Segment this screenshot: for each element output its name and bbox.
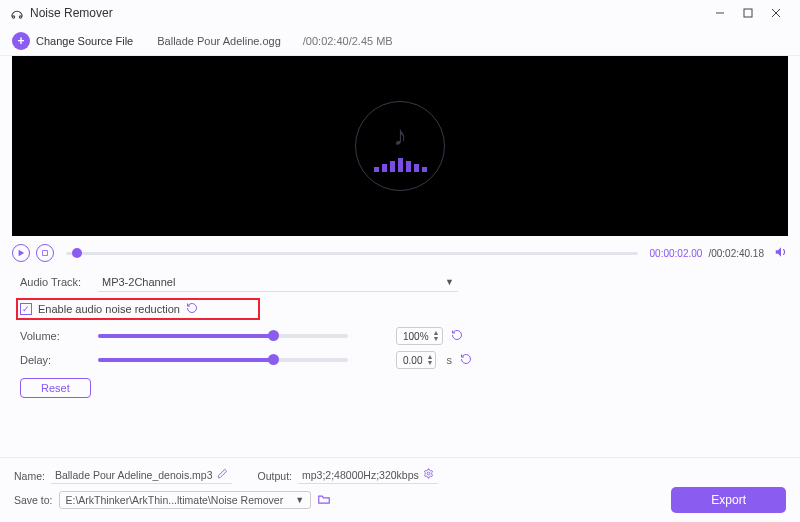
name-label: Name: xyxy=(14,470,45,482)
gear-icon[interactable] xyxy=(423,468,434,481)
volume-reset-icon[interactable] xyxy=(451,329,463,343)
output-name-field[interactable]: Ballade Pour Adeline_denois.mp3 xyxy=(51,468,232,484)
delay-value: 0.00 xyxy=(403,355,422,366)
export-button[interactable]: Export xyxy=(671,487,786,513)
seek-knob[interactable] xyxy=(72,248,82,258)
seek-slider[interactable] xyxy=(66,252,638,255)
svg-point-8 xyxy=(427,472,430,475)
svg-point-0 xyxy=(12,16,14,18)
time-total: /00:02:40.18 xyxy=(708,248,764,259)
volume-value: 100% xyxy=(403,331,429,342)
delay-row: Delay: 0.00 ▲▼ s xyxy=(20,348,780,372)
add-source-button[interactable]: + xyxy=(12,32,30,50)
track-select[interactable]: MP3-2Channel ▼ xyxy=(98,272,458,292)
volume-knob[interactable] xyxy=(268,330,279,341)
volume-slider[interactable] xyxy=(98,334,348,338)
minimize-button[interactable] xyxy=(706,3,734,23)
enable-reset-icon[interactable] xyxy=(186,302,198,316)
source-filename: Ballade Pour Adeline.ogg xyxy=(157,35,281,47)
volume-row: Volume: 100% ▲▼ xyxy=(20,324,780,348)
time-current: 00:00:02.00 xyxy=(650,248,703,259)
volume-label: Volume: xyxy=(20,330,90,342)
svg-rect-7 xyxy=(43,251,48,256)
playback-bar: 00:00:02.00/00:02:40.18 xyxy=(0,236,800,266)
edit-icon[interactable] xyxy=(217,468,228,481)
note-icon: ♪ xyxy=(393,120,407,152)
saveto-select[interactable]: E:\ArkThinker\ArkThin...ltimate\Noise Re… xyxy=(59,491,312,509)
titlebar: Noise Remover xyxy=(0,0,800,26)
svg-point-1 xyxy=(19,16,21,18)
close-button[interactable] xyxy=(762,3,790,23)
svg-rect-3 xyxy=(744,9,752,17)
folder-icon[interactable] xyxy=(317,493,331,507)
volume-icon[interactable] xyxy=(774,245,788,261)
app-window: Noise Remover + Change Source File Balla… xyxy=(0,0,800,522)
enable-checkbox[interactable]: ✓ xyxy=(20,303,32,315)
track-label: Audio Track: xyxy=(20,276,90,288)
delay-unit: s xyxy=(446,354,452,366)
enable-label: Enable audio noise reduction xyxy=(38,303,180,315)
chevron-down-icon: ▼ xyxy=(445,277,454,287)
output-label: Output: xyxy=(258,470,292,482)
footer: Name: Ballade Pour Adeline_denois.mp3 Ou… xyxy=(0,457,800,522)
delay-spinner[interactable]: 0.00 ▲▼ xyxy=(396,351,436,369)
spin-down-icon[interactable]: ▼ xyxy=(433,336,440,342)
chevron-down-icon: ▼ xyxy=(295,495,304,505)
output-format: mp3;2;48000Hz;320kbps xyxy=(302,469,419,481)
app-logo-icon xyxy=(10,6,24,20)
spin-down-icon[interactable]: ▼ xyxy=(426,360,433,366)
delay-slider[interactable] xyxy=(98,358,348,362)
saveto-path: E:\ArkThinker\ArkThin...ltimate\Noise Re… xyxy=(66,494,284,506)
app-title: Noise Remover xyxy=(30,6,113,20)
source-meta: /00:02:40/2.45 MB xyxy=(303,35,393,47)
controls-panel: Audio Track: MP3-2Channel ▼ ✓ Enable aud… xyxy=(0,266,800,398)
play-button[interactable] xyxy=(12,244,30,262)
enable-noise-reduction-highlight: ✓ Enable audio noise reduction xyxy=(16,298,260,320)
track-row: Audio Track: MP3-2Channel ▼ xyxy=(20,270,780,294)
stop-button[interactable] xyxy=(36,244,54,262)
preview-area: ♪ xyxy=(12,56,788,236)
music-placeholder-icon: ♪ xyxy=(355,101,445,191)
track-value: MP3-2Channel xyxy=(102,276,175,288)
svg-marker-6 xyxy=(19,250,25,256)
output-name: Ballade Pour Adeline_denois.mp3 xyxy=(55,469,213,481)
maximize-button[interactable] xyxy=(734,3,762,23)
delay-label: Delay: xyxy=(20,354,90,366)
saveto-label: Save to: xyxy=(14,494,53,506)
source-bar: + Change Source File Ballade Pour Adelin… xyxy=(0,26,800,56)
equalizer-icon xyxy=(374,158,427,172)
delay-knob[interactable] xyxy=(268,354,279,365)
reset-button[interactable]: Reset xyxy=(20,378,91,398)
delay-reset-icon[interactable] xyxy=(460,353,472,367)
change-source-label[interactable]: Change Source File xyxy=(36,35,133,47)
output-format-field[interactable]: mp3;2;48000Hz;320kbps xyxy=(298,468,438,484)
volume-spinner[interactable]: 100% ▲▼ xyxy=(396,327,443,345)
